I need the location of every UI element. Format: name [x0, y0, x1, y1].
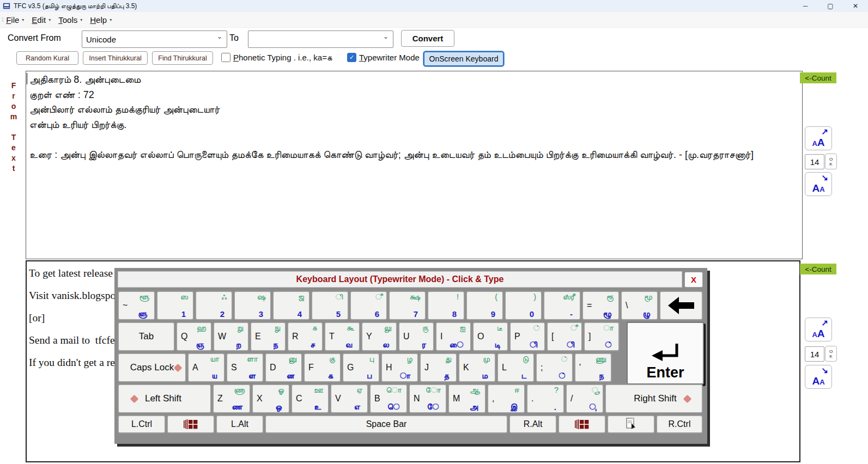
typewriter-mode-checkbox[interactable]: ✓ — [347, 53, 356, 62]
keyboard-close-button[interactable]: X — [684, 272, 703, 288]
key-B[interactable]: Bொெ — [369, 384, 408, 413]
key-9[interactable]: (9 — [466, 291, 503, 320]
key-.[interactable]: .?. — [526, 384, 564, 413]
key-backspace[interactable] — [659, 291, 703, 320]
key-Q[interactable]: Qஹஞ — [176, 322, 212, 351]
insert-thirukkural-button[interactable]: Insert Thirukkural — [83, 51, 148, 65]
key-shift-char: ! — [457, 292, 459, 301]
key-symbol: = — [587, 301, 592, 310]
close-button[interactable]: ✕ — [843, 0, 868, 12]
key-J[interactable]: Jதுத — [420, 353, 457, 382]
key-menu[interactable] — [607, 415, 655, 434]
key-O[interactable]: Oடீடி — [472, 322, 508, 351]
key-C[interactable]: Cஊஉ — [291, 384, 329, 413]
key-5[interactable]: ி5 — [311, 291, 349, 320]
key-Z[interactable]: Zணாண — [213, 384, 251, 413]
key-/[interactable]: /ூு — [566, 384, 604, 413]
key-S[interactable]: Sளாள — [226, 353, 264, 382]
window-title: TFC v3.5 (தமிழ் எழுத்துரு மாற்றி பதிப்பு… — [14, 2, 137, 10]
font-size-ok-button-bottom[interactable]: OK — [825, 346, 837, 362]
key-I[interactable]: Iஐை — [435, 322, 471, 351]
key-K[interactable]: Kமும — [458, 353, 496, 382]
key-windows[interactable] — [167, 415, 215, 434]
key-R[interactable]: Rசுச — [287, 322, 323, 351]
menu-file[interactable]: File▾ — [6, 15, 24, 25]
key-right-shift[interactable]: Right Shift — [605, 384, 703, 413]
caps-indicator — [174, 364, 183, 373]
menu-tools[interactable]: Tools▾ — [58, 15, 82, 25]
key--[interactable]: ஸ்ரீ- — [543, 291, 581, 320]
menu-edit[interactable]: Edit▾ — [32, 15, 51, 25]
phonetic-typing-checkbox[interactable] — [221, 53, 230, 62]
convert-from-select[interactable]: Unicode ⌄ — [82, 30, 227, 48]
convert-button[interactable]: Convert — [401, 30, 454, 47]
key-3[interactable]: ஷ3 — [234, 291, 271, 320]
key-left-shift[interactable]: Left Shift — [118, 384, 211, 413]
key-A[interactable]: Aயாய — [187, 353, 225, 382]
phonetic-typing-label: Phonetic Typing . i.e., ka=க — [233, 53, 332, 63]
key-shift-char: ரூ — [606, 292, 614, 302]
key-Y[interactable]: Yலுல — [361, 322, 397, 351]
key-caps-lock[interactable]: Caps Lock — [118, 353, 186, 382]
key-U[interactable]: Uருர — [398, 322, 434, 351]
from-text-letter: F — [9, 81, 18, 91]
key-;[interactable]: ;்் — [536, 353, 573, 382]
key-left-alt[interactable]: L.Alt — [216, 415, 264, 434]
key-][interactable]: ]ா் — [584, 322, 620, 351]
maximize-button[interactable]: ▢ — [818, 0, 843, 12]
key-windows[interactable] — [558, 415, 606, 434]
font-size-ok-button-top[interactable]: OK — [825, 154, 837, 169]
key-normal-char: ய — [211, 371, 217, 381]
onscreen-keyboard-button[interactable]: OnScreen Keyboard — [423, 51, 504, 66]
key-symbol: A — [192, 363, 198, 373]
convert-to-select[interactable]: ⌄ — [248, 30, 393, 48]
key-right-ctrl[interactable]: R.Ctrl — [656, 415, 703, 434]
key-tab[interactable]: Tab — [118, 322, 175, 351]
key-left-ctrl[interactable]: L.Ctrl — [118, 415, 166, 434]
menu-help[interactable]: Help▾ — [90, 15, 112, 25]
key-enter[interactable]: Enter — [627, 322, 704, 384]
key-normal-char: 8 — [452, 309, 457, 319]
key-D[interactable]: Dனுன — [265, 353, 302, 382]
key-N[interactable]: Nோே — [409, 384, 447, 413]
key-[[interactable]: [ீி — [547, 322, 582, 351]
key-V[interactable]: Vஏஎ — [330, 384, 368, 413]
random-kural-button[interactable]: Random Kural — [16, 51, 78, 65]
count-badge-bottom[interactable]: <-Count — [800, 264, 836, 274]
font-increase-button-top[interactable]: ↗ AA — [805, 126, 832, 150]
key-~[interactable]: ~ளூளு — [118, 291, 155, 320]
key-H[interactable]: Hழா — [381, 353, 418, 382]
key-M[interactable]: Mஆஅ — [448, 384, 486, 413]
font-decrease-button-top[interactable]: ↘ AA — [805, 172, 832, 196]
key-4[interactable]: ஜ4 — [272, 291, 310, 320]
minimize-button[interactable]: ─ — [793, 0, 818, 12]
key-P[interactable]: P்ி — [509, 322, 545, 351]
key-symbol: G — [347, 363, 354, 373]
key-X[interactable]: Xஓஒ — [252, 384, 290, 413]
key-0[interactable]: )0 — [505, 291, 542, 320]
key-W[interactable]: Wறுற — [213, 322, 249, 351]
font-increase-button-bottom[interactable]: ↗ AA — [805, 318, 832, 341]
key-=[interactable]: =ரூழூ — [582, 291, 620, 320]
font-size-input-top[interactable]: 14 — [805, 154, 824, 169]
key-,[interactable]: ,ஈஇ — [487, 384, 525, 413]
key-right-alt[interactable]: R.Alt — [509, 415, 557, 434]
key-L[interactable]: Lடுட — [497, 353, 535, 382]
count-badge-top[interactable]: <-Count — [800, 72, 836, 83]
key-F[interactable]: Fகுக — [304, 353, 341, 382]
key-6[interactable]: ீ6 — [350, 291, 387, 320]
from-text-area[interactable]: அதிகாரம் 8. அன்புடைமை குறள் எண் : 72 அன்… — [26, 71, 803, 259]
key-space-bar[interactable]: Space Bar — [265, 415, 508, 434]
key-E[interactable]: Eநுந — [250, 322, 286, 351]
key-'[interactable]: 'ணுந — [574, 353, 612, 382]
key-T[interactable]: Tகூவ — [324, 322, 360, 351]
font-decrease-button-bottom[interactable]: ↘ AA — [805, 365, 832, 389]
font-size-input-bottom[interactable]: 14 — [805, 346, 824, 362]
key-8[interactable]: !8 — [427, 291, 465, 320]
key-7[interactable]: க்ஷ7 — [389, 291, 426, 320]
find-thirukkural-button[interactable]: Find Thirukkural — [152, 51, 213, 65]
key-G[interactable]: Gபுப — [342, 353, 380, 382]
key-2[interactable]: ஃ2 — [195, 291, 233, 320]
key-1[interactable]: ஸ1 — [156, 291, 194, 320]
key-\[interactable]: \மூழு — [621, 291, 658, 320]
